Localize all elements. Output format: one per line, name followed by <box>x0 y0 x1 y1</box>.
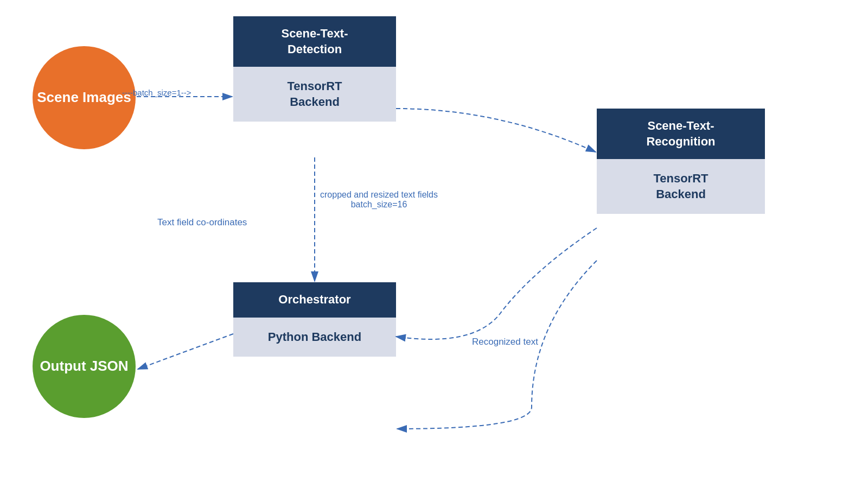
recognition-header: Scene-Text-Recognition <box>597 109 765 159</box>
arrow-recognition-to-orchestrator <box>396 228 597 339</box>
cropped-resized-label: cropped and resized text fieldsbatch_siz… <box>320 190 438 210</box>
arrow-orchestrator-to-output <box>138 334 233 369</box>
diagram-container: Scene Images Output JSON Scene-Text-Dete… <box>0 0 868 488</box>
recognized-text-label: Recognized text <box>472 337 538 347</box>
recognition-box: Scene-Text-Recognition TensorRTBackend <box>597 109 765 214</box>
output-json-circle: Output JSON <box>33 315 136 418</box>
orchestrator-box: Orchestrator Python Backend <box>233 282 396 357</box>
recognition-body: TensorRTBackend <box>597 159 765 214</box>
batch-size-1-label: ----batch_size=1--> <box>122 88 192 97</box>
detection-header: Scene-Text-Detection <box>233 16 396 67</box>
scene-images-circle: Scene Images <box>33 46 136 149</box>
detection-box: Scene-Text-Detection TensorRTBackend <box>233 16 396 122</box>
text-field-coordinates-label: Text field co-ordinates <box>157 217 247 228</box>
detection-body: TensorRTBackend <box>233 67 396 122</box>
output-json-label: Output JSON <box>40 358 128 375</box>
arrow-detection-to-recognition <box>396 109 596 152</box>
orchestrator-header: Orchestrator <box>233 282 396 318</box>
scene-images-label: Scene Images <box>37 89 131 106</box>
arrows-svg <box>0 0 868 488</box>
python-backend-body: Python Backend <box>233 318 396 357</box>
